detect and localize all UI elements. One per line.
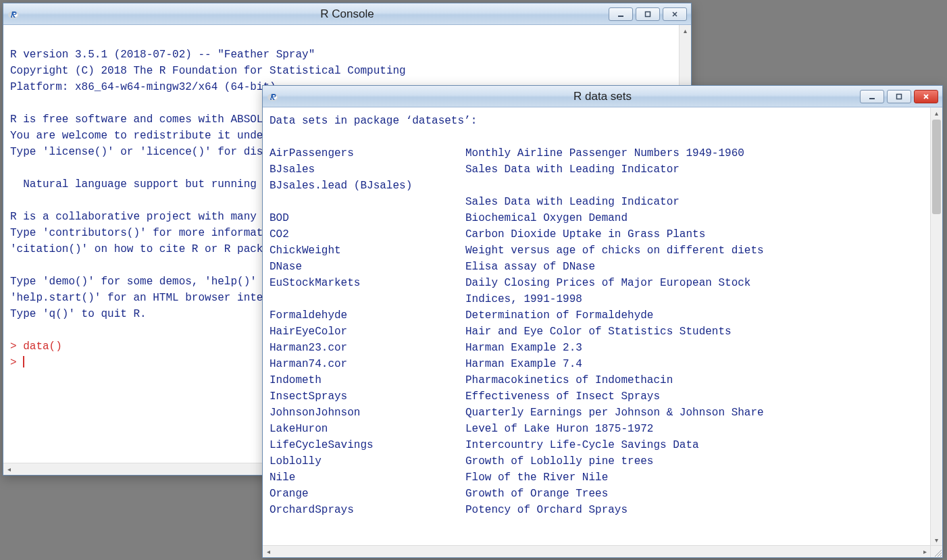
- dataset-description: Sales Data with Leading Indicator: [465, 161, 923, 178]
- dataset-row: Indices, 1991-1998: [270, 291, 923, 307]
- dataset-row: ChickWeightWeight versus age of chicks o…: [270, 243, 923, 259]
- dataset-name: InsectSprays: [270, 388, 465, 405]
- dataset-name: LifeCycleSavings: [270, 437, 465, 453]
- dataset-row: Harman74.corHarman Example 7.4: [270, 356, 923, 372]
- dataset-row: InsectSpraysEffectiveness of Insect Spra…: [270, 388, 923, 405]
- dataset-description: Hair and Eye Color of Statistics Student…: [465, 324, 923, 340]
- dataset-name: Indometh: [270, 372, 465, 388]
- dataset-row: LakeHuronLevel of Lake Huron 1875-1972: [270, 421, 923, 437]
- dataset-name: Loblolly: [270, 453, 465, 469]
- scroll-left-icon[interactable]: ◂: [263, 546, 274, 557]
- text-cursor: [23, 356, 24, 367]
- horizontal-scrollbar[interactable]: ◂ ▸: [263, 545, 930, 557]
- window-controls: [609, 7, 687, 21]
- maximize-button[interactable]: [887, 90, 911, 103]
- minimize-button[interactable]: [609, 7, 633, 21]
- dataset-description: Pharmacokinetics of Indomethacin: [465, 372, 923, 388]
- dataset-description: Intercountry Life-Cycle Savings Data: [465, 437, 923, 453]
- dataset-name: JohnsonJohnson: [270, 405, 465, 421]
- dataset-row: AirPassengersMonthly Airline Passenger N…: [270, 145, 923, 161]
- dataset-row: OrchardSpraysPotency of Orchard Sprays: [270, 502, 923, 518]
- dataset-row: LifeCycleSavingsIntercountry Life-Cycle …: [270, 437, 923, 453]
- scroll-right-icon[interactable]: ▸: [919, 546, 930, 557]
- datasets-header: Data sets in package ‘datasets’:: [270, 113, 923, 129]
- console-line: [10, 30, 672, 47]
- dataset-name: OrchardSprays: [270, 502, 465, 518]
- dataset-name: Harman23.cor: [270, 340, 465, 356]
- maximize-button[interactable]: [636, 7, 660, 21]
- dataset-row: Sales Data with Leading Indicator: [270, 194, 923, 210]
- dataset-description: Sales Data with Leading Indicator: [465, 194, 923, 210]
- r-datasets-window[interactable]: R data sets Data sets in package ‘datase…: [262, 85, 943, 558]
- dataset-row: BODBiochemical Oxygen Demand: [270, 210, 923, 226]
- dataset-description: Quarterly Earnings per Johnson & Johnson…: [465, 405, 923, 421]
- dataset-name: LakeHuron: [270, 421, 465, 437]
- dataset-description: Growth of Orange Trees: [465, 486, 923, 502]
- dataset-description: [465, 178, 923, 194]
- dataset-description: Harman Example 7.4: [465, 356, 923, 372]
- dataset-row: CO2Carbon Dioxide Uptake in Grass Plants: [270, 226, 923, 243]
- close-button[interactable]: [663, 7, 687, 21]
- datasets-content[interactable]: Data sets in package ‘datasets’: AirPass…: [263, 107, 942, 557]
- dataset-row: NileFlow of the River Nile: [270, 469, 923, 486]
- dataset-name: BOD: [270, 210, 465, 226]
- dataset-name: CO2: [270, 226, 465, 243]
- svg-rect-3: [646, 11, 650, 16]
- dataset-name: [270, 291, 465, 307]
- dataset-name: Formaldehyde: [270, 307, 465, 324]
- svg-rect-2: [618, 16, 623, 17]
- dataset-name: HairEyeColor: [270, 324, 465, 340]
- blank-line: [270, 129, 923, 145]
- r-logo-icon: [7, 8, 20, 20]
- dataset-description: Harman Example 2.3: [465, 340, 923, 356]
- dataset-name: Nile: [270, 469, 465, 486]
- dataset-description: Carbon Dioxide Uptake in Grass Plants: [465, 226, 923, 243]
- dataset-row: OrangeGrowth of Orange Trees: [270, 486, 923, 502]
- dataset-name: AirPassengers: [270, 145, 465, 161]
- dataset-name: Orange: [270, 486, 465, 502]
- close-button[interactable]: [914, 90, 938, 103]
- dataset-row: DNaseElisa assay of DNase: [270, 259, 923, 275]
- dataset-row: Harman23.corHarman Example 2.3: [270, 340, 923, 356]
- dataset-name: [270, 194, 465, 210]
- dataset-description: Effectiveness of Insect Sprays: [465, 388, 923, 405]
- svg-rect-7: [897, 94, 902, 99]
- dataset-row: FormaldehydeDetermination of Formaldehyd…: [270, 307, 923, 324]
- dataset-description: Weight versus age of chicks on different…: [465, 243, 923, 259]
- dataset-name: BJsales.lead (BJsales): [270, 178, 465, 194]
- scroll-left-icon[interactable]: ◂: [3, 463, 14, 475]
- console-line: R version 3.5.1 (2018-07-02) -- "Feather…: [10, 47, 672, 63]
- scroll-up-icon[interactable]: ▴: [680, 25, 691, 36]
- dataset-name: BJsales: [270, 161, 465, 178]
- scroll-down-icon[interactable]: ▾: [931, 534, 942, 545]
- dataset-description: Growth of Loblolly pine trees: [465, 453, 923, 469]
- scroll-up-icon[interactable]: ▴: [931, 107, 942, 118]
- dataset-row: LoblollyGrowth of Loblolly pine trees: [270, 453, 923, 469]
- window-title: R Console: [3, 7, 691, 21]
- dataset-description: Potency of Orchard Sprays: [465, 502, 923, 518]
- dataset-name: ChickWeight: [270, 243, 465, 259]
- vertical-scrollbar[interactable]: ▴ ▾: [930, 107, 942, 545]
- dataset-name: DNase: [270, 259, 465, 275]
- scroll-thumb[interactable]: [932, 120, 941, 214]
- dataset-row: JohnsonJohnsonQuarterly Earnings per Joh…: [270, 405, 923, 421]
- titlebar[interactable]: R Console: [3, 3, 691, 25]
- minimize-button[interactable]: [860, 90, 884, 103]
- svg-rect-6: [869, 98, 875, 99]
- dataset-description: Indices, 1991-1998: [465, 291, 923, 307]
- dataset-description: Determination of Formaldehyde: [465, 307, 923, 324]
- window-controls: [860, 90, 938, 103]
- dataset-description: Monthly Airline Passenger Numbers 1949-1…: [465, 145, 923, 161]
- console-line: Copyright (C) 2018 The R Foundation for …: [10, 63, 672, 79]
- resize-grip[interactable]: [930, 545, 942, 557]
- dataset-description: Level of Lake Huron 1875-1972: [465, 421, 923, 437]
- r-logo-icon: [267, 91, 279, 103]
- dataset-row: BJsalesSales Data with Leading Indicator: [270, 161, 923, 178]
- dataset-description: Daily Closing Prices of Major European S…: [465, 275, 923, 291]
- dataset-row: HairEyeColorHair and Eye Color of Statis…: [270, 324, 923, 340]
- dataset-name: EuStockMarkets: [270, 275, 465, 291]
- dataset-row: IndomethPharmacokinetics of Indomethacin: [270, 372, 923, 388]
- titlebar[interactable]: R data sets: [263, 86, 942, 107]
- dataset-name: Harman74.cor: [270, 356, 465, 372]
- dataset-description: Biochemical Oxygen Demand: [465, 210, 923, 226]
